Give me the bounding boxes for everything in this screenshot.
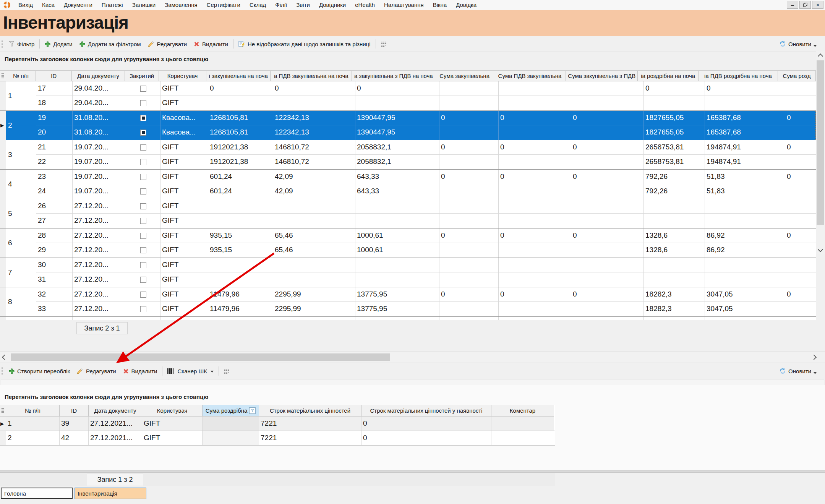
- menu-item-Звіти[interactable]: Звіти: [292, 0, 314, 10]
- table-row[interactable]: 3027.12.20...GIFT: [36, 258, 816, 272]
- scroll-up-button[interactable]: [816, 51, 825, 60]
- edit-recount-button[interactable]: Редагувати: [73, 364, 120, 378]
- table-row[interactable]: 2927.12.20...GIFT935,1565,461000,611328,…: [36, 243, 816, 258]
- menu-item-Залишки[interactable]: Залишки: [128, 0, 160, 10]
- table-row[interactable]: 2031.08.20...Квасова...1268105,81122342,…: [36, 125, 816, 140]
- menu-item-Довідка[interactable]: Довідка: [451, 0, 481, 10]
- table-row[interactable]: 2119.07.20...GIFT1912021,38146810,722058…: [36, 140, 816, 155]
- menu-item-Документи[interactable]: Документи: [59, 0, 97, 10]
- column-header-2[interactable]: ID: [60, 405, 89, 416]
- table-row[interactable]: 2627.12.20...GIFT: [36, 199, 816, 214]
- closed-checkbox[interactable]: [140, 292, 146, 298]
- refresh-button-bottom[interactable]: Оновити: [777, 364, 819, 378]
- closed-checkbox[interactable]: [140, 188, 146, 194]
- menu-item-Філії[interactable]: Філії: [271, 0, 292, 10]
- add-by-filter-button[interactable]: Додати за фільтром: [76, 36, 144, 52]
- table-row[interactable]: 3427.12.20GIFT645,6845,2690,88000954,862…: [36, 317, 816, 320]
- table-row[interactable]: 3227.12.20...GIFT11479,962295,9913775,95…: [36, 287, 816, 302]
- closed-checkbox[interactable]: [140, 144, 146, 151]
- column-header-14[interactable]: Сума розд: [778, 71, 816, 81]
- column-header-4[interactable]: Закритий: [125, 71, 159, 81]
- column-header-1[interactable]: № п/п: [6, 405, 60, 416]
- column-header-11[interactable]: Сума закупівельна з ПДВ: [566, 71, 638, 81]
- column-header-6[interactable]: і закупівельна на поча: [206, 71, 271, 81]
- table-row[interactable]: ▶13927.12.2021...GIFT72210: [0, 416, 555, 431]
- minimize-button[interactable]: –: [787, 1, 798, 9]
- menu-item-Налаштування[interactable]: Налаштування: [379, 0, 428, 10]
- column-filter-icon[interactable]: [249, 407, 256, 414]
- column-header-1[interactable]: № п/п: [6, 71, 36, 81]
- table-row[interactable]: 1829.04.20...GIFT: [36, 96, 816, 110]
- closed-checkbox[interactable]: [140, 218, 146, 224]
- menu-item-Вихід[interactable]: Вихід: [14, 0, 37, 10]
- columns-button[interactable]: [378, 36, 390, 52]
- closed-checkbox[interactable]: [140, 247, 146, 253]
- filter-button[interactable]: Фільтр: [5, 36, 38, 52]
- column-header-3[interactable]: Дата документу: [72, 71, 125, 81]
- column-header-13[interactable]: іа ПДВ роздрібна на поча: [699, 71, 778, 81]
- menu-item-Вікна[interactable]: Вікна: [428, 0, 452, 10]
- tab-Інвентаризація[interactable]: Інвентаризація: [75, 488, 146, 499]
- closed-checkbox[interactable]: [140, 277, 146, 283]
- table-row[interactable]: 1931.08.20...Квасова...1268105,81122342,…: [36, 111, 816, 125]
- column-header-2[interactable]: ID: [36, 71, 72, 81]
- menu-item-Склад[interactable]: Склад: [245, 0, 271, 10]
- scroll-down-button[interactable]: [816, 246, 825, 254]
- delete-button[interactable]: Видалити: [190, 36, 232, 52]
- add-button[interactable]: Додати: [41, 36, 76, 52]
- menu-item-Сертифікати[interactable]: Сертифікати: [202, 0, 245, 10]
- refresh-dropdown-caret[interactable]: [814, 45, 817, 47]
- columns-button[interactable]: [220, 364, 233, 378]
- closed-checkbox[interactable]: [140, 174, 146, 180]
- scanner-dropdown-caret[interactable]: [211, 371, 214, 373]
- refresh-dropdown-caret[interactable]: [814, 372, 817, 374]
- menu-item-Замовлення[interactable]: Замовлення: [160, 0, 202, 10]
- closed-checkbox[interactable]: [140, 100, 146, 106]
- column-header-4[interactable]: Користувач: [142, 405, 203, 416]
- closed-checkbox[interactable]: [140, 115, 146, 121]
- horizontal-scrollbar[interactable]: [0, 352, 825, 363]
- vertical-scrollbar-thumb[interactable]: [817, 60, 824, 225]
- column-header-5[interactable]: Користувач: [159, 71, 206, 81]
- toggle-balances-button[interactable]: Не відображати дані щодо залишків та різ…: [235, 36, 374, 52]
- scroll-right-button[interactable]: [810, 352, 818, 363]
- table-row[interactable]: 2827.12.20...GIFT935,1565,461000,6100013…: [36, 229, 816, 243]
- edit-button[interactable]: Редагувати: [144, 36, 191, 52]
- delete-recount-button[interactable]: Видалити: [120, 364, 161, 378]
- create-recount-button[interactable]: Створити переоблік: [5, 364, 73, 378]
- column-header-7[interactable]: а ПДВ закупівельна на поча: [271, 71, 352, 81]
- table-row[interactable]: 1729.04.20...GIFT00000: [36, 81, 816, 96]
- closed-checkbox[interactable]: [140, 306, 146, 312]
- menu-item-Каса[interactable]: Каса: [37, 0, 59, 10]
- toolbar-grip[interactable]: [2, 40, 3, 48]
- column-header-9[interactable]: Сума закупівельна: [435, 71, 494, 81]
- column-header-12[interactable]: іа роздрібна на поча: [638, 71, 699, 81]
- table-row[interactable]: 2419.07.20...GIFT601,2442,09643,33792,26…: [36, 184, 816, 199]
- column-header-10[interactable]: Сума ПДВ закупівельна: [494, 71, 566, 81]
- column-header-7[interactable]: Строк матеріальних цінностей у наявності: [361, 405, 491, 416]
- table-row[interactable]: 3127.12.20...GIFT: [36, 272, 816, 287]
- closed-checkbox[interactable]: [140, 233, 146, 239]
- restore-button[interactable]: [799, 1, 811, 9]
- table-row[interactable]: 2727.12.20...GIFT: [36, 214, 816, 228]
- menu-item-Платежі[interactable]: Платежі: [97, 0, 128, 10]
- table-row[interactable]: 3327.12.20...GIFT11479,962295,9913775,95…: [36, 302, 816, 316]
- close-button[interactable]: ×: [812, 1, 823, 9]
- scroll-left-button[interactable]: [0, 352, 8, 363]
- refresh-button-top[interactable]: Оновити: [777, 36, 819, 52]
- table-row[interactable]: 2219.07.20...GIFT1912021,38146810,722058…: [36, 155, 816, 169]
- table-row[interactable]: 2319.07.20...GIFT601,2442,09643,33000792…: [36, 170, 816, 184]
- tab-Головна[interactable]: Головна: [1, 488, 73, 499]
- closed-checkbox[interactable]: [140, 203, 146, 209]
- vertical-scrollbar[interactable]: [816, 51, 825, 254]
- closed-checkbox[interactable]: [140, 159, 146, 165]
- column-header-3[interactable]: Дата документу: [89, 405, 142, 416]
- menu-item-eHealth[interactable]: eHealth: [350, 0, 379, 10]
- closed-checkbox[interactable]: [140, 86, 146, 92]
- menu-item-Довідники[interactable]: Довідники: [314, 0, 350, 10]
- table-row[interactable]: 24227.12.2021...GIFT72210: [0, 431, 555, 446]
- closed-checkbox[interactable]: [140, 130, 146, 136]
- closed-checkbox[interactable]: [140, 262, 146, 268]
- column-header-8[interactable]: Коментар: [491, 405, 554, 416]
- column-header-6[interactable]: Строк матеріальних цінностей: [259, 405, 361, 416]
